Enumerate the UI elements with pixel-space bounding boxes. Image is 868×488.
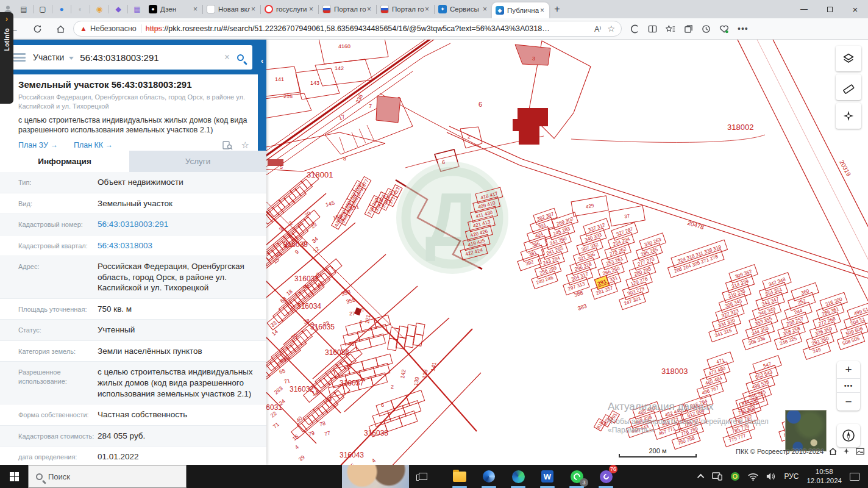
taskbar-search[interactable]: Поиск	[28, 465, 187, 488]
plan-kk-link[interactable]: План КК →	[74, 141, 113, 149]
close-button[interactable]: ×	[842, 0, 868, 18]
volume-icon[interactable]	[766, 472, 776, 481]
browser-tab-4[interactable]: Портал госуда×	[319, 0, 376, 18]
favorites-icon[interactable]	[666, 24, 675, 34]
browser-tab-2[interactable]: Новая вкладк×	[203, 0, 260, 18]
parcel[interactable]	[295, 179, 313, 196]
chevron-down-icon[interactable]	[69, 57, 74, 60]
address-bar[interactable]: ▲ Небезопасно https ://pkk.rosreestr.ru/…	[73, 21, 622, 37]
attribute-value-link[interactable]: 56:43:0318003:291	[98, 219, 168, 230]
taskbar-app-clipchamp[interactable]	[480, 465, 498, 488]
tab-close-icon[interactable]: ×	[192, 5, 199, 13]
parcel[interactable]	[319, 371, 335, 387]
restore-button[interactable]	[817, 0, 842, 18]
parcel[interactable]	[266, 259, 267, 274]
grid-icon[interactable]: ▦	[129, 2, 145, 16]
essentials-heart-icon[interactable]	[719, 24, 729, 34]
favorite-parcel-star-icon[interactable]: ☆	[241, 140, 249, 151]
parcel[interactable]	[373, 364, 390, 377]
map-canvas[interactable]: Д 382 387391404386381392269 302245 28324…	[266, 40, 868, 465]
language-indicator[interactable]: РУС	[784, 472, 799, 481]
pages-icon[interactable]: ▤	[16, 2, 32, 16]
parcel[interactable]	[361, 357, 378, 371]
search-icon[interactable]	[237, 54, 244, 61]
home-small-icon[interactable]	[829, 448, 837, 455]
taskbar-app-word[interactable]: W	[538, 465, 557, 488]
wifi-icon[interactable]	[748, 473, 758, 481]
tab-services[interactable]: Услуги	[129, 151, 266, 172]
favorite-star-icon[interactable]: ☆	[607, 24, 615, 34]
zoom-more-button[interactable]: •••	[837, 379, 860, 393]
browser-tab-1[interactable]: ●Дзен×	[145, 0, 202, 18]
browser-tab-5[interactable]: Портал госуда×	[377, 0, 434, 18]
task-view-button[interactable]	[411, 465, 435, 488]
circle-icon[interactable]: ◐	[73, 2, 88, 16]
plan-zu-link[interactable]: План ЗУ →	[18, 141, 58, 149]
gem-icon[interactable]: ◆	[110, 2, 126, 16]
start-button[interactable]	[0, 465, 28, 488]
tab-close-icon[interactable]: ×	[308, 5, 315, 13]
your-phone-icon[interactable]	[712, 472, 722, 481]
parcel[interactable]	[330, 362, 346, 378]
home-button[interactable]	[51, 20, 69, 37]
browser-tab-7[interactable]: ◆Публичная ка×	[492, 2, 549, 18]
tab-close-icon[interactable]: ×	[366, 5, 372, 13]
split-screen-icon[interactable]	[648, 24, 657, 34]
collapse-chevron-icon[interactable]: ‹	[258, 57, 266, 65]
parcel[interactable]	[357, 328, 374, 342]
locate-tool-button[interactable]	[836, 103, 861, 129]
notification-center-icon[interactable]	[850, 473, 859, 481]
basemap-small-icon[interactable]	[856, 448, 864, 455]
tab-close-icon[interactable]: ×	[482, 5, 488, 13]
locate-small-icon[interactable]	[842, 447, 850, 455]
parcel[interactable]	[283, 188, 301, 206]
compass-button[interactable]	[837, 424, 860, 447]
zoom-out-button[interactable]: −	[837, 393, 860, 411]
clock[interactable]: 10:58 12.01.2024	[806, 467, 842, 486]
parcel[interactable]	[371, 325, 388, 338]
search-category[interactable]: Участки	[33, 52, 64, 62]
search-input[interactable]	[80, 52, 219, 63]
collections-icon[interactable]	[684, 24, 693, 34]
tab-information[interactable]: Информация	[0, 151, 129, 172]
panel-collapse-strip[interactable]: ‹	[258, 40, 266, 152]
menu-icon[interactable]	[13, 53, 26, 62]
parcel[interactable]	[399, 411, 417, 426]
zoom-in-button[interactable]: +	[837, 361, 860, 379]
sphere-icon[interactable]: ●	[54, 2, 69, 16]
tab-close-icon[interactable]: ×	[424, 5, 430, 13]
parcel[interactable]	[369, 334, 385, 347]
parcel[interactable]	[272, 198, 290, 215]
read-aloud-icon[interactable]: A⁾	[594, 24, 601, 34]
taskbar-app-edge[interactable]	[509, 465, 527, 488]
refresh-button[interactable]	[28, 20, 46, 37]
parcel[interactable]	[266, 257, 271, 273]
window-icon[interactable]: ▢	[35, 2, 51, 16]
overview-minimap[interactable]	[785, 410, 827, 451]
new-tab-button[interactable]: +	[549, 1, 565, 17]
security-warning-label[interactable]: Небезопасно	[90, 24, 137, 33]
preview-icon[interactable]	[222, 141, 233, 150]
taskbar-app-phone[interactable]: 76	[597, 465, 615, 488]
browser-tab-3[interactable]: госуслуги лич×	[261, 0, 318, 18]
browser-essentials-icon[interactable]	[630, 24, 639, 34]
taskbar-app-whatsapp[interactable]: 3	[567, 465, 586, 488]
parcel[interactable]	[371, 373, 387, 386]
parcel[interactable]	[273, 307, 289, 323]
browser-tab-6[interactable]: ✦Сервисы×	[435, 0, 492, 18]
taskbar-app-explorer[interactable]	[450, 465, 469, 488]
parcel[interactable]	[266, 369, 270, 385]
tray-expand-icon[interactable]	[697, 474, 704, 481]
tab-close-icon[interactable]: ×	[539, 6, 546, 15]
parcel[interactable]	[376, 354, 393, 367]
lotinfo-side-tab[interactable]: › LotInfo	[0, 12, 13, 104]
measure-tool-button[interactable]	[836, 74, 861, 100]
history-icon[interactable]	[702, 24, 711, 34]
widgets-thumbnail[interactable]	[342, 465, 409, 488]
layers-tool-button[interactable]	[836, 46, 861, 71]
tab-close-icon[interactable]: ×	[250, 5, 257, 13]
colors-icon[interactable]: ◉	[91, 2, 107, 16]
more-menu-icon[interactable]: •••	[738, 23, 749, 34]
antivirus-icon[interactable]	[730, 472, 740, 481]
attribute-value-link[interactable]: 56:43:0318003	[98, 240, 152, 251]
